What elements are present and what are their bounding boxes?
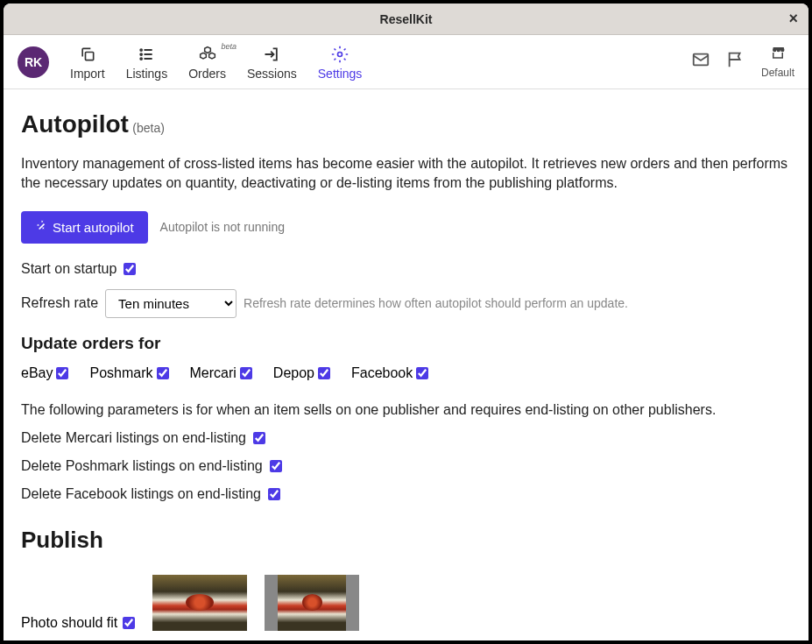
platform-label: Facebook: [351, 365, 413, 381]
button-label: Start autopilot: [53, 220, 134, 235]
delete-mercari-checkbox[interactable]: [253, 432, 265, 444]
photo-preview-fill: [152, 575, 247, 631]
start-on-startup-label: Start on startup: [21, 261, 117, 277]
platform-mercari-checkbox[interactable]: [240, 367, 252, 379]
start-on-startup-checkbox[interactable]: [124, 263, 136, 275]
endlisting-label: Delete Poshmark listings on end-listing: [21, 458, 263, 474]
login-icon: [263, 44, 280, 65]
platform-depop-checkbox[interactable]: [318, 367, 330, 379]
svg-point-5: [141, 53, 143, 55]
nav-sessions[interactable]: Sessions: [238, 40, 306, 84]
list-icon: [138, 44, 155, 65]
nav-settings[interactable]: Settings: [309, 40, 371, 84]
platform-poshmark-checkbox[interactable]: [157, 367, 169, 379]
nav-import[interactable]: Import: [61, 40, 114, 84]
nav-label: Sessions: [247, 67, 297, 81]
cubes-icon: [198, 44, 217, 65]
page-heading: Autopilot: [21, 110, 129, 138]
nav-label: Listings: [126, 67, 167, 81]
refresh-rate-helper: Refresh rate determines how often autopi…: [244, 296, 628, 310]
wand-icon: [35, 220, 47, 235]
refresh-rate-select[interactable]: Ten minutes: [105, 289, 237, 318]
toolbar: RK Import Listings beta Orders Sessions: [4, 35, 808, 89]
copy-icon: [79, 44, 96, 65]
publish-heading: Publish: [21, 527, 791, 554]
gear-icon: [331, 44, 349, 65]
update-orders-heading: Update orders for: [21, 334, 791, 353]
content-scroll[interactable]: Autopilot (beta) Inventory management of…: [4, 89, 808, 640]
endlisting-label: Delete Facebook listings on end-listing: [21, 486, 261, 502]
photo-fit-checkbox[interactable]: [123, 617, 135, 629]
autopilot-status: Autopilot is not running: [160, 220, 285, 234]
store-selector[interactable]: Default: [761, 45, 794, 79]
photo-preview-fit: [265, 575, 359, 631]
nav-label: Orders: [188, 67, 226, 81]
svg-point-7: [338, 52, 342, 56]
start-autopilot-button[interactable]: Start autopilot: [21, 211, 148, 244]
store-label: Default: [761, 67, 794, 79]
photo-fit-label: Photo should fit: [21, 615, 117, 631]
refresh-rate-label: Refresh rate: [21, 295, 98, 311]
endlisting-intro: The following parameters is for when an …: [21, 402, 791, 418]
store-icon: [769, 45, 787, 65]
svg-rect-0: [85, 52, 93, 60]
close-icon[interactable]: ×: [788, 10, 798, 28]
nav-orders[interactable]: beta Orders: [180, 40, 235, 84]
platform-ebay-checkbox[interactable]: [56, 367, 68, 379]
endlisting-label: Delete Mercari listings on end-listing: [21, 430, 246, 446]
platform-label: Depop: [273, 365, 314, 381]
delete-poshmark-checkbox[interactable]: [270, 460, 282, 472]
platform-label: Mercari: [190, 365, 237, 381]
mail-icon[interactable]: [691, 50, 710, 74]
nav-listings[interactable]: Listings: [117, 40, 176, 84]
titlebar: ResellKit ×: [4, 4, 808, 35]
flag-icon[interactable]: [726, 50, 745, 74]
beta-badge: beta: [221, 42, 237, 51]
window-title: ResellKit: [380, 12, 433, 26]
nav-label: Import: [70, 67, 105, 81]
app-logo[interactable]: RK: [18, 46, 49, 78]
page-description: Inventory management of cross-listed ite…: [21, 154, 791, 194]
delete-facebook-checkbox[interactable]: [268, 488, 280, 500]
svg-point-6: [141, 58, 143, 60]
svg-point-4: [141, 49, 143, 51]
nav-label: Settings: [318, 67, 363, 81]
platform-facebook-checkbox[interactable]: [416, 367, 428, 379]
beta-tag: (beta): [132, 121, 165, 135]
platform-label: eBay: [21, 365, 53, 381]
platform-label: Poshmark: [89, 365, 152, 381]
